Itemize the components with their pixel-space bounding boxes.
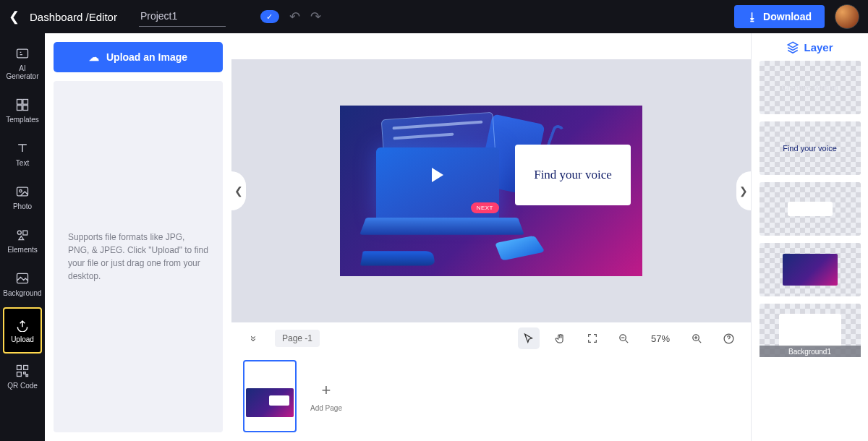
rail-label: Text [16,159,29,167]
pages-strip: + Add Page [231,354,751,441]
layer-item-text-2[interactable]: Find your voice [760,121,861,175]
layers-title: Layer [804,41,833,53]
ai-icon [15,46,30,61]
layer-item-image[interactable] [760,243,861,296]
download-button[interactable]: ⭳ Download [734,5,825,28]
rail-label: Templates [6,116,39,124]
canvas-top-spacer [231,33,751,59]
project-name-input[interactable]: Project1 [139,7,226,27]
artboard-next-pill: NEXT [471,202,499,213]
stage: ❮ ❯ NEXT Find your voice Creative Wr [231,33,751,441]
svg-point-6 [20,190,22,192]
zoom-out-icon[interactable] [613,327,635,349]
svg-rect-12 [17,372,22,377]
dropzone-hint: Supports file formats like JPG, PNG, & J… [68,231,208,283]
back-icon[interactable]: ❮ [9,9,20,25]
layer-item-text-1[interactable]: Creative Writing [760,61,861,114]
rail-label: AI Generator [6,64,38,80]
upload-panel: ☁ Upload an Image Supports file formats … [45,33,231,441]
layer-text: Find your voice [783,144,837,153]
photo-icon [15,184,30,199]
layers-icon [786,40,799,53]
add-page-button[interactable]: + Add Page [307,360,346,432]
svg-rect-4 [23,106,28,111]
rail-item-upload[interactable]: Upload [3,307,42,354]
artboard-laptop-shape: NEXT [366,147,518,245]
layers-header[interactable]: Layer [786,40,833,53]
artboard[interactable]: NEXT Find your voice Creative Writing [340,106,642,276]
layer-item-shape[interactable] [760,182,861,236]
rail-label: Elements [7,246,38,254]
svg-rect-1 [17,100,22,105]
zoom-in-icon[interactable] [686,327,707,349]
plus-icon: + [322,381,331,400]
next-page-arrow[interactable]: ❯ [736,171,751,210]
layer-bg-label: Background1 [760,346,861,357]
layer-bg-preview [779,314,841,347]
stage-toolbar: » Page -1 57% [231,322,751,354]
breadcrumb[interactable]: Dashboard /Editor [30,11,117,23]
rail-item-templates[interactable]: Templates [0,89,45,132]
page-indicator[interactable]: Page -1 [275,330,320,347]
rail-item-photo[interactable]: Photo [0,176,45,219]
undo-icon[interactable]: ↶ [289,9,300,25]
download-label: Download [763,11,812,22]
add-page-label: Add Page [310,404,342,412]
prev-page-arrow[interactable]: ❮ [231,171,246,210]
svg-rect-0 [17,49,28,58]
sync-status-icon[interactable]: ✓ [260,10,279,23]
cursor-tool[interactable] [518,327,540,349]
top-bar: ❮ Dashboard /Editor Project1 ✓ ↶ ↷ ⭳ Dow… [0,0,868,33]
hand-tool[interactable] [550,327,571,349]
svg-rect-11 [24,366,28,370]
layer-item-background[interactable]: Background1 [760,304,861,357]
upload-icon [15,317,30,332]
upload-image-button[interactable]: ☁ Upload an Image [54,42,223,72]
qrcode-icon [15,364,30,378]
collapse-pages-icon[interactable]: » [243,327,265,349]
upload-button-label: Upload an Image [106,51,187,63]
layer-text: Creative Writing [781,83,838,92]
avatar[interactable] [835,4,859,29]
zoom-value[interactable]: 57% [651,333,670,344]
rail-label: QR Code [7,382,38,390]
svg-rect-10 [17,366,22,370]
rail-item-elements[interactable]: Elements [0,219,45,262]
rail-item-qrcode[interactable]: QR Code [0,355,45,398]
text-icon [15,141,30,155]
svg-rect-8 [23,231,27,235]
main-area: AI Generator Templates Text Photo Elemen… [0,33,868,441]
page-thumb-1[interactable] [243,360,297,432]
download-icon: ⭳ [747,11,757,22]
upload-dropzone[interactable]: Supports file formats like JPG, PNG, & J… [54,81,223,432]
elements-icon [15,228,30,242]
templates-icon [15,98,30,112]
artboard-book-shape [360,251,435,265]
layer-image-preview [783,254,838,286]
svg-rect-2 [23,100,28,105]
help-icon[interactable] [718,327,739,349]
redo-icon[interactable]: ↷ [310,9,321,25]
svg-rect-3 [17,106,22,111]
rail-item-background[interactable]: Background [0,262,45,306]
rail-label: Background [3,289,41,297]
svg-point-7 [17,231,21,234]
layers-panel: Layer Creative Writing Find your voice B… [751,33,868,441]
rail-label: Upload [11,335,34,343]
canvas-wrap: ❮ ❯ NEXT Find your voice Creative Wr [231,59,751,322]
artboard-subtitle: Creative Writing [548,185,610,197]
play-icon [432,168,443,182]
background-icon [15,271,30,286]
cloud-upload-icon: ☁ [89,51,99,63]
rail-item-ai-generator[interactable]: AI Generator [0,38,45,89]
artboard-title: Find your voice [534,168,612,182]
rail-item-text[interactable]: Text [0,132,45,176]
fullscreen-tool[interactable] [582,327,603,349]
rail-label: Photo [13,202,32,210]
layer-shape-preview [788,202,833,216]
page-thumb-preview [246,388,294,417]
left-rail: AI Generator Templates Text Photo Elemen… [0,33,45,441]
